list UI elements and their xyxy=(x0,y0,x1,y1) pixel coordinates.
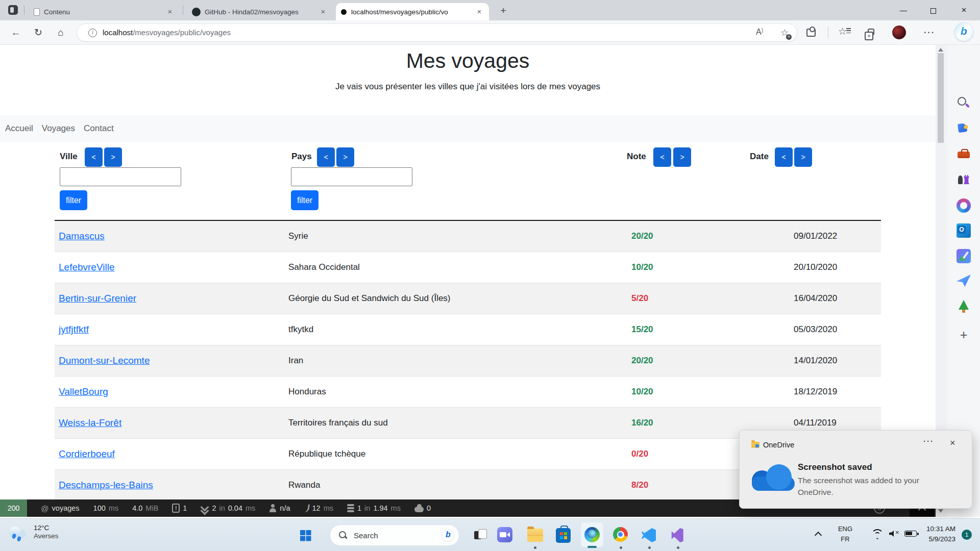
url-path: /mesvoyages/public/voyages xyxy=(133,28,231,37)
city-link[interactable]: Bertin-sur-Grenier xyxy=(59,293,136,304)
sort-date-asc-button[interactable]: < xyxy=(775,147,793,167)
debug-value: 1 xyxy=(357,504,361,512)
nav-contact[interactable]: Contact xyxy=(84,123,114,134)
sort-ville-asc-button[interactable]: < xyxy=(85,147,103,167)
explorer-icon[interactable] xyxy=(527,529,543,541)
collections-icon[interactable] xyxy=(868,29,874,35)
onedrive-notification[interactable]: OneDrive ··· × Screenshot saved The scre… xyxy=(739,430,972,509)
city-link[interactable]: Weiss-la-Forêt xyxy=(59,417,121,428)
tab-actions-icon[interactable] xyxy=(8,5,18,15)
debug-value: 0 xyxy=(427,504,431,512)
extensions-icon[interactable] xyxy=(806,29,816,37)
notification-count-badge[interactable]: 1 xyxy=(962,530,972,540)
database-panel[interactable]: 1in1.94ms xyxy=(347,504,401,512)
window-maximize-button[interactable] xyxy=(918,0,948,20)
outlook-icon[interactable] xyxy=(957,223,971,238)
sort-pays-asc-button[interactable]: < xyxy=(317,147,335,167)
city-link[interactable]: LefebvreVille xyxy=(59,262,115,272)
city-link[interactable]: ValletBourg xyxy=(59,386,108,397)
add-icon[interactable]: + xyxy=(957,328,971,342)
image-creator-icon[interactable] xyxy=(957,249,971,263)
http-status-badge[interactable]: 200 xyxy=(0,499,27,517)
edge-icon[interactable] xyxy=(584,527,600,542)
nav-accueil[interactable]: Accueil xyxy=(5,123,33,134)
home-icon[interactable]: ⌂ xyxy=(52,20,69,45)
clock-widget[interactable]: 10:31 AM 5/9/2023 xyxy=(917,524,955,544)
city-link[interactable]: Cordierboeuf xyxy=(59,448,115,459)
chat-icon[interactable] xyxy=(497,527,512,542)
games-icon[interactable] xyxy=(957,172,971,187)
wifi-icon[interactable] xyxy=(871,529,884,539)
bing-chat-icon[interactable] xyxy=(954,22,973,41)
city-link[interactable]: Damascus xyxy=(59,231,105,241)
memory-panel[interactable]: 4.0MiB xyxy=(132,504,158,512)
notification-more-icon[interactable]: ··· xyxy=(923,437,934,445)
sort-note-asc-button[interactable]: < xyxy=(653,147,671,167)
battery-icon[interactable] xyxy=(904,531,917,537)
scroll-up-icon[interactable] xyxy=(938,48,943,52)
security-panel[interactable]: n/a xyxy=(269,504,290,512)
weather-widget[interactable]: 12°C Averses xyxy=(8,524,59,540)
cache-panel[interactable]: 0 xyxy=(414,504,431,512)
sort-note-desc-button[interactable]: > xyxy=(673,147,691,167)
tab-localhost-active[interactable]: localhost/mesvoyages/public/vo × xyxy=(336,3,489,20)
back-icon[interactable]: ← xyxy=(7,20,24,45)
debug-value: voyages xyxy=(52,504,80,512)
close-tab-icon[interactable]: × xyxy=(475,7,484,16)
note-cell: 5/20 xyxy=(627,293,709,304)
close-tab-icon[interactable]: × xyxy=(165,7,175,16)
route-panel[interactable]: @voyages xyxy=(41,504,79,513)
read-aloud-icon[interactable]: A xyxy=(756,28,763,39)
store-icon[interactable] xyxy=(556,528,571,543)
tab-github[interactable]: GitHub - Hinda02/mesvoyages × xyxy=(187,3,333,20)
ville-filter-input[interactable] xyxy=(60,167,181,186)
tab-contenu[interactable]: Contenu × xyxy=(29,3,180,20)
settings-more-icon[interactable]: ··· xyxy=(924,26,935,40)
favorites-icon[interactable]: ☆ xyxy=(838,26,847,40)
sort-pays-desc-button[interactable]: > xyxy=(336,147,354,167)
city-link[interactable]: jytfjtfktf xyxy=(59,324,89,335)
profile-avatar[interactable] xyxy=(892,26,906,39)
date-cell: 09/01/2022 xyxy=(709,231,881,241)
language-switcher[interactable]: ENG FR xyxy=(834,524,856,544)
window-close-button[interactable]: × xyxy=(948,0,980,20)
nav-voyages[interactable]: Voyages xyxy=(42,123,75,134)
scroll-down-icon[interactable] xyxy=(938,509,943,513)
exclamation-icon: ! xyxy=(172,504,180,513)
events-panel[interactable]: 2in0.04ms xyxy=(201,504,255,513)
notification-close-icon[interactable]: × xyxy=(950,438,955,448)
pays-cell: Sahara Occidental xyxy=(286,262,627,272)
m365-icon[interactable] xyxy=(957,198,971,213)
ville-filter-button[interactable]: filter xyxy=(60,190,87,210)
chrome-icon[interactable] xyxy=(613,527,628,542)
address-bar[interactable]: i localhost/mesvoyages/public/voyages A … xyxy=(77,23,797,42)
window-minimize-button[interactable]: — xyxy=(889,0,918,20)
shopping-icon[interactable] xyxy=(957,121,971,136)
sort-date-desc-button[interactable]: > xyxy=(794,147,812,167)
drop-icon[interactable] xyxy=(957,274,971,287)
url-text[interactable]: localhost/mesvoyages/public/voyages xyxy=(103,28,231,37)
taskbar-search-box[interactable]: Search xyxy=(330,524,459,546)
search-icon[interactable] xyxy=(957,96,971,110)
twig-panel[interactable]: 12ms xyxy=(304,504,333,513)
logs-panel[interactable]: !1 xyxy=(172,504,187,513)
city-link[interactable]: Dumont-sur-Lecomte xyxy=(59,355,150,366)
scrollbar-thumb[interactable] xyxy=(938,53,944,143)
close-tab-icon[interactable]: × xyxy=(318,7,328,16)
volume-muted-icon[interactable] xyxy=(889,530,900,538)
start-button-icon[interactable] xyxy=(300,530,311,541)
tree-icon[interactable] xyxy=(957,300,971,314)
pays-filter-input[interactable] xyxy=(291,167,412,186)
add-favorite-icon[interactable]: ☆ xyxy=(780,28,789,39)
new-tab-button[interactable]: + xyxy=(496,4,510,18)
toolbox-icon[interactable] xyxy=(957,147,971,161)
table-row: Bertin-sur-GrenierGéorgie du Sud et Sand… xyxy=(55,283,881,314)
site-info-icon[interactable]: i xyxy=(88,29,97,37)
pays-filter-button[interactable]: filter xyxy=(291,190,318,210)
sort-ville-desc-button[interactable]: > xyxy=(104,147,122,167)
city-link[interactable]: Deschamps-les-Bains xyxy=(59,480,153,490)
time-panel[interactable]: 100ms xyxy=(93,504,119,512)
ville-cell: Bertin-sur-Grenier xyxy=(55,293,286,304)
reload-icon[interactable]: ↻ xyxy=(30,20,47,45)
taskview-icon[interactable] xyxy=(473,527,489,543)
